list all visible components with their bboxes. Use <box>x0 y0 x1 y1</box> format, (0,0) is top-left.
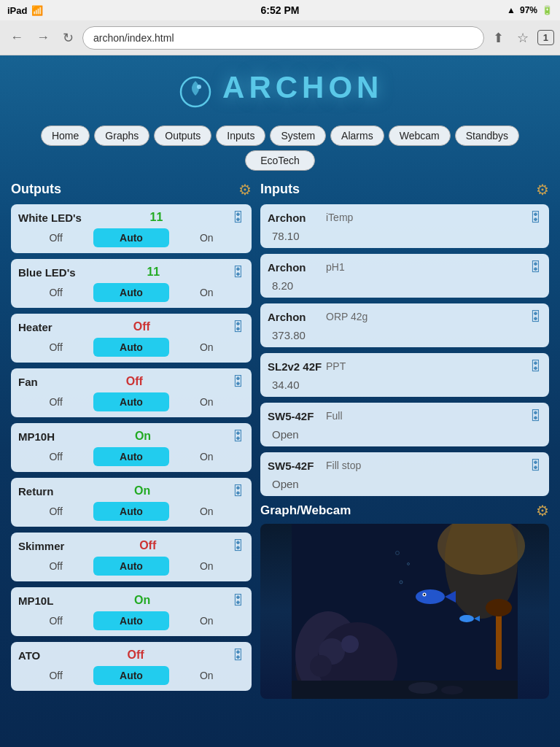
outputs-gear-icon[interactable]: ⚙ <box>238 181 252 198</box>
tune-icon[interactable]: 🎛 <box>231 210 244 225</box>
output-auto-btn[interactable]: Auto <box>93 611 168 630</box>
output-on-btn[interactable]: On <box>169 502 244 521</box>
svg-point-18 <box>486 599 512 616</box>
device-label: iPad <box>7 5 27 16</box>
output-card: MP10L On 🎛 Off Auto On <box>11 587 252 636</box>
nav-standbys[interactable]: Standbys <box>455 125 519 146</box>
inputs-header: Inputs ⚙ <box>260 181 549 198</box>
svg-point-15 <box>459 615 474 622</box>
output-off-btn[interactable]: Off <box>18 502 93 521</box>
output-off-btn[interactable]: Off <box>18 666 93 685</box>
inputs-gear-icon[interactable]: ⚙ <box>536 181 549 198</box>
input-tune-icon[interactable]: 🎛 <box>529 409 542 424</box>
outputs-title: Outputs <box>11 182 61 197</box>
output-card: Skimmer Off 🎛 Off Auto On <box>11 533 252 581</box>
output-auto-btn[interactable]: Auto <box>93 557 168 576</box>
output-name: Blue LED's <box>18 266 76 279</box>
input-card: Archon ORP 42g 🎛 373.80 <box>260 303 549 347</box>
output-auto-btn[interactable]: Auto <box>93 666 168 685</box>
output-on-btn[interactable]: On <box>169 338 244 357</box>
input-tune-icon[interactable]: 🎛 <box>529 458 542 473</box>
output-off-btn[interactable]: Off <box>18 228 93 247</box>
output-card: Return On 🎛 Off Auto On <box>11 478 252 527</box>
output-auto-btn[interactable]: Auto <box>93 228 168 247</box>
nav-webcam[interactable]: Webcam <box>389 125 451 146</box>
input-card-row1: Archon ORP 42g 🎛 <box>268 309 542 325</box>
output-on-btn[interactable]: On <box>169 666 244 685</box>
tune-icon[interactable]: 🎛 <box>231 593 244 608</box>
output-off-btn[interactable]: Off <box>18 283 93 302</box>
nav-graphs[interactable]: Graphs <box>94 125 149 146</box>
output-name: Heater <box>18 321 52 333</box>
tune-icon[interactable]: 🎛 <box>231 320 244 335</box>
inputs-list: Archon iTemp 🎛 78.10 Archon pH1 🎛 8.20 A… <box>260 204 549 496</box>
output-off-btn[interactable]: Off <box>18 557 93 576</box>
address-bar[interactable] <box>82 26 484 50</box>
back-button[interactable]: ← <box>6 27 28 48</box>
output-name: Fan <box>18 376 38 388</box>
output-auto-btn[interactable]: Auto <box>93 502 168 521</box>
graph-panel: Graph/Webcam ⚙ <box>260 502 549 699</box>
nav-outputs[interactable]: Outputs <box>154 125 211 146</box>
output-auto-btn[interactable]: Auto <box>93 392 168 411</box>
output-on-btn[interactable]: On <box>169 557 244 576</box>
output-off-btn[interactable]: Off <box>18 338 93 357</box>
input-card-row1: Archon pH1 🎛 <box>268 260 542 275</box>
output-card-row2: Off Auto On <box>18 338 244 357</box>
svg-point-10 <box>310 655 332 677</box>
output-off-btn[interactable]: Off <box>18 447 93 466</box>
output-card: Fan Off 🎛 Off Auto On <box>11 368 252 417</box>
input-type: Full <box>326 410 529 422</box>
tab-count[interactable]: 1 <box>537 30 554 45</box>
output-on-btn[interactable]: On <box>169 447 244 466</box>
tune-icon[interactable]: 🎛 <box>231 484 244 499</box>
output-auto-btn[interactable]: Auto <box>93 283 168 302</box>
graph-gear-icon[interactable]: ⚙ <box>536 502 549 519</box>
output-off-btn[interactable]: Off <box>18 611 93 630</box>
graph-header: Graph/Webcam ⚙ <box>260 502 549 519</box>
input-tune-icon[interactable]: 🎛 <box>529 359 542 374</box>
input-card-row1: SW5-42F Full 🎛 <box>268 409 542 424</box>
output-on-btn[interactable]: On <box>169 611 244 630</box>
output-status: Off <box>139 539 156 552</box>
nav-eco: EcoTech <box>11 150 549 171</box>
tune-icon[interactable]: 🎛 <box>231 538 244 554</box>
nav-inputs[interactable]: Inputs <box>216 125 265 146</box>
tune-icon[interactable]: 🎛 <box>231 374 244 390</box>
output-auto-btn[interactable]: Auto <box>93 447 168 466</box>
logo-text: ARCHON <box>222 70 383 104</box>
input-card: Archon pH1 🎛 8.20 <box>260 254 549 298</box>
tune-icon[interactable]: 🎛 <box>231 265 244 280</box>
output-off-btn[interactable]: Off <box>18 392 93 411</box>
output-on-btn[interactable]: On <box>169 392 244 411</box>
output-card-row1: Return On 🎛 <box>18 484 244 499</box>
nav-ecotech[interactable]: EcoTech <box>245 150 315 171</box>
nav-system[interactable]: System <box>270 125 326 146</box>
input-value: 8.20 <box>268 278 542 292</box>
bookmark-button[interactable]: ☆ <box>513 27 533 49</box>
output-on-btn[interactable]: On <box>169 283 244 302</box>
output-on-btn[interactable]: On <box>169 228 244 247</box>
webcam-image <box>260 524 549 699</box>
output-card-row2: Off Auto On <box>18 283 244 302</box>
tune-icon[interactable]: 🎛 <box>231 648 244 663</box>
output-status: Off <box>128 649 144 662</box>
forward-button[interactable]: → <box>32 27 54 48</box>
input-tune-icon[interactable]: 🎛 <box>529 260 542 275</box>
input-tune-icon[interactable]: 🎛 <box>529 309 542 325</box>
output-card-row2: Off Auto On <box>18 502 244 521</box>
nav-alarms[interactable]: Alarms <box>330 125 384 146</box>
time-display: 6:52 PM <box>261 4 300 16</box>
input-type: ORP 42g <box>326 311 529 322</box>
nav-home[interactable]: Home <box>41 125 90 146</box>
share-button[interactable]: ⬆ <box>489 27 508 49</box>
output-auto-btn[interactable]: Auto <box>93 338 168 357</box>
tune-icon[interactable]: 🎛 <box>231 429 244 444</box>
input-tune-icon[interactable]: 🎛 <box>529 210 542 225</box>
outputs-header: Outputs ⚙ <box>11 181 252 198</box>
output-name: White LED's <box>18 212 82 224</box>
reload-button[interactable]: ↻ <box>58 27 78 49</box>
input-value: 373.80 <box>268 328 542 341</box>
output-card: MP10H On 🎛 Off Auto On <box>11 423 252 472</box>
output-card-row2: Off Auto On <box>18 228 244 247</box>
